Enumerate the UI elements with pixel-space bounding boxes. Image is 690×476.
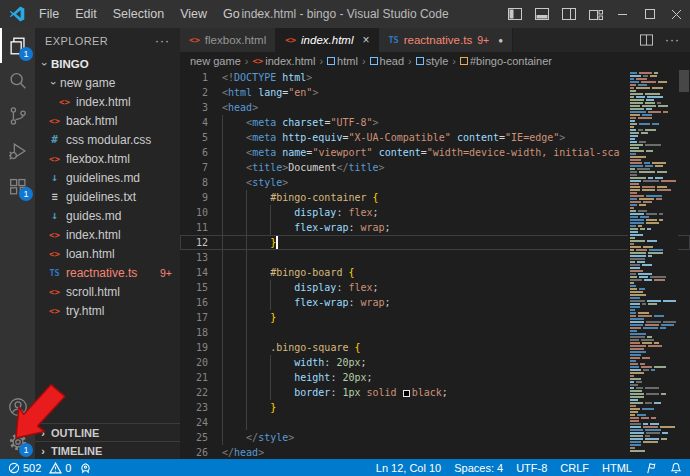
code-line-10[interactable]: 10 display: flex; xyxy=(180,205,690,220)
code-line-19[interactable]: 19 .bingo-square { xyxy=(180,340,690,355)
code-editor[interactable]: 1<!DOCTYPE html>2<html lang="en">3<head>… xyxy=(180,70,690,459)
code-line-12[interactable]: 12 } xyxy=(180,235,690,250)
status-encoding[interactable]: UTF-8 xyxy=(516,462,547,474)
tree-file-loan.html[interactable]: <>loan.html xyxy=(35,244,180,263)
code-line-26[interactable]: 26</head> xyxy=(180,445,690,459)
tree-file-guidelines.md[interactable]: ↓guidelines.md xyxy=(35,168,180,187)
minimap[interactable] xyxy=(628,70,678,459)
code-line-13[interactable]: 13 xyxy=(180,250,690,265)
breadcrumb-item-indexhtml[interactable]: <>index.html xyxy=(252,55,315,67)
explorer-more-icon[interactable]: ··· xyxy=(155,34,170,48)
status-text: Ln 12, Col 10 xyxy=(376,462,441,474)
status-indentation[interactable]: Spaces: 4 xyxy=(454,462,503,474)
activitybar-run-debug[interactable] xyxy=(0,133,35,168)
code-line-8[interactable]: 8 <style> xyxy=(180,175,690,190)
code-line-24[interactable]: 24 xyxy=(180,415,690,430)
menu-edit[interactable]: Edit xyxy=(67,7,105,21)
file-label: index.html xyxy=(66,228,121,242)
minimize-icon[interactable] xyxy=(609,0,636,28)
code-line-16[interactable]: 16 flex-wrap: wrap; xyxy=(180,295,690,310)
scrollbar-handle[interactable] xyxy=(679,70,689,92)
file-label: scroll.html xyxy=(66,285,120,299)
maximize-icon[interactable] xyxy=(636,0,663,28)
breadcrumb-separator: › xyxy=(452,55,456,67)
code-line-4[interactable]: 4 <meta charset="UTF-8"> xyxy=(180,115,690,130)
tab-index-html[interactable]: <>index.html× xyxy=(276,28,379,52)
code-line-7[interactable]: 7 <title>Document</title> xyxy=(180,160,690,175)
code-text: <meta http-equiv="X-UA-Compatible" conte… xyxy=(222,130,565,145)
toggle-panel-icon[interactable] xyxy=(528,0,555,28)
code-line-6[interactable]: 6 <meta name="viewport" content="width=d… xyxy=(180,145,690,160)
customize-layout-icon[interactable] xyxy=(582,0,609,28)
tab-reactnative-ts[interactable]: TSreactnative.ts9+● xyxy=(379,28,512,52)
minimap-line xyxy=(628,450,678,453)
tree-file-scroll.html[interactable]: <>scroll.html xyxy=(35,282,180,301)
section-label: OUTLINE xyxy=(51,427,99,439)
code-line-17[interactable]: 17 } xyxy=(180,310,690,325)
menu-file[interactable]: File xyxy=(31,7,67,21)
breadcrumb-item-newgame[interactable]: new game xyxy=(190,55,241,67)
line-number: 8 xyxy=(180,175,208,190)
status-remote-indicator[interactable] xyxy=(79,462,92,474)
code-line-1[interactable]: 1<!DOCTYPE html> xyxy=(180,70,690,85)
debug-icon xyxy=(7,140,29,162)
status-warnings[interactable]: 0 xyxy=(49,462,71,474)
code-line-18[interactable]: 18 xyxy=(180,325,690,340)
activitybar-manage[interactable]: 1 xyxy=(0,424,35,459)
section-outline[interactable]: ›OUTLINE xyxy=(35,423,180,441)
status-eol[interactable]: CRLF xyxy=(560,462,589,474)
file-label: new game xyxy=(60,76,115,90)
section-timeline[interactable]: ›TIMELINE xyxy=(35,441,180,459)
code-line-23[interactable]: 23 } xyxy=(180,400,690,415)
status-text: Spaces: 4 xyxy=(454,462,503,474)
code-line-2[interactable]: 2<html lang="en"> xyxy=(180,85,690,100)
activitybar-source-control[interactable] xyxy=(0,98,35,133)
status-feedback[interactable] xyxy=(645,462,657,474)
tree-file-guidelines.txt[interactable]: ≡guidelines.txt xyxy=(35,187,180,206)
code-line-3[interactable]: 3<head> xyxy=(180,100,690,115)
code-line-11[interactable]: 11 flex-wrap: wrap; xyxy=(180,220,690,235)
split-editor-icon[interactable] xyxy=(640,34,653,46)
activitybar-explorer[interactable]: 1 xyxy=(0,28,35,63)
tree-folder-new-game[interactable]: ›new game xyxy=(35,73,180,92)
close-tab-icon[interactable]: × xyxy=(362,33,369,47)
tree-file-reactnative.ts[interactable]: TSreactnative.ts9+ xyxy=(35,263,180,282)
account-icon xyxy=(7,396,29,418)
menu-view[interactable]: View xyxy=(172,7,215,21)
editor-scrollbar[interactable] xyxy=(678,70,690,459)
breadcrumb-item-style[interactable]: style xyxy=(416,55,449,67)
menu-selection[interactable]: Selection xyxy=(105,7,172,21)
tab-flexbox-html[interactable]: <>flexbox.html xyxy=(180,28,276,52)
activitybar-accounts[interactable] xyxy=(0,389,35,424)
tree-file-flexbox.html[interactable]: <>flexbox.html xyxy=(35,149,180,168)
tree-file-index.html[interactable]: <>index.html xyxy=(35,225,180,244)
code-line-22[interactable]: 22 border: 1px solid black; xyxy=(180,385,690,400)
toggle-secondary-sidebar-icon[interactable] xyxy=(555,0,582,28)
toggle-sidebar-icon[interactable] xyxy=(501,0,528,28)
code-line-25[interactable]: 25 </style> xyxy=(180,430,690,445)
code-line-15[interactable]: 15 display: flex; xyxy=(180,280,690,295)
activitybar-search[interactable] xyxy=(0,63,35,98)
code-line-14[interactable]: 14 #bingo-board { xyxy=(180,265,690,280)
activitybar-extensions[interactable]: 1 xyxy=(0,168,35,203)
tree-file-css-modular.css[interactable]: #css modular.css xyxy=(35,130,180,149)
breadcrumb-item-bingo-container[interactable]: #bingo-container xyxy=(460,55,552,67)
code-line-9[interactable]: 9 #bingo-container { xyxy=(180,190,690,205)
status-errors[interactable]: 502 xyxy=(8,462,41,474)
tree-file-back.html[interactable]: <>back.html xyxy=(35,111,180,130)
breadcrumb-item-html[interactable]: html xyxy=(327,55,358,67)
tree-root-folder[interactable]: › BINGO xyxy=(35,54,180,73)
breadcrumb-item-head[interactable]: head xyxy=(370,55,404,67)
problems-badge: 9+ xyxy=(160,267,172,279)
more-actions-icon[interactable]: ··· xyxy=(665,33,680,47)
status-notifications[interactable] xyxy=(670,462,682,474)
close-icon[interactable] xyxy=(663,0,690,28)
status-language-mode[interactable]: HTML xyxy=(602,462,632,474)
status-cursor-position[interactable]: Ln 12, Col 10 xyxy=(376,462,441,474)
tree-file-guides.md[interactable]: ↓guides.md xyxy=(35,206,180,225)
tree-file-index.html[interactable]: <>index.html xyxy=(35,92,180,111)
code-line-21[interactable]: 21 height: 20px; xyxy=(180,370,690,385)
code-line-5[interactable]: 5 <meta http-equiv="X-UA-Compatible" con… xyxy=(180,130,690,145)
tree-file-try.html[interactable]: <>try.html xyxy=(35,301,180,320)
code-line-20[interactable]: 20 width: 20px; xyxy=(180,355,690,370)
